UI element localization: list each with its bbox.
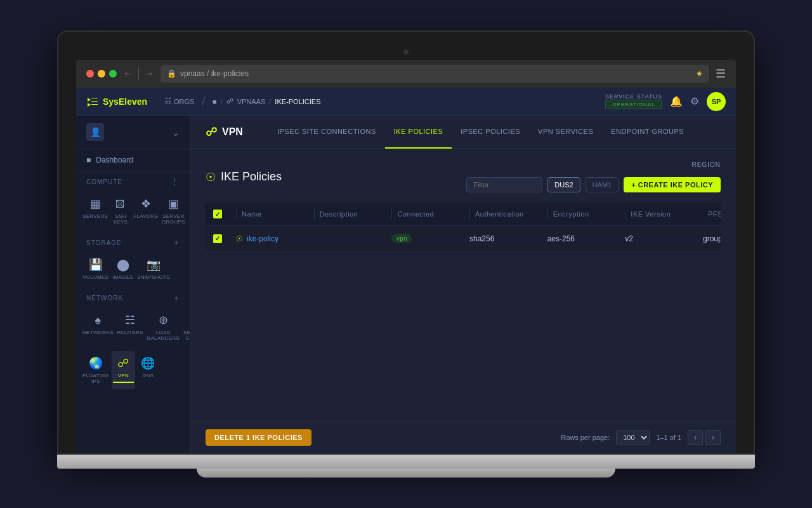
snapshots-icon: 📷 bbox=[145, 258, 162, 272]
servers-icon: ▦ bbox=[86, 197, 104, 211]
snapshots-label: SNAPSHOTS bbox=[137, 274, 170, 280]
user-avatar[interactable]: SP bbox=[707, 92, 726, 111]
sidebar-item-vpn[interactable]: ☍ VPN bbox=[112, 351, 135, 389]
sidebar: 👤 ⌄ ■ Dashboard COMPUTE ⋮ bbox=[76, 116, 190, 453]
vpn-title-text: VPN bbox=[222, 126, 243, 138]
fullscreen-dot[interactable] bbox=[109, 70, 117, 77]
forward-button[interactable]: → bbox=[144, 68, 154, 79]
sidebar-item-dashboard[interactable]: ■ Dashboard bbox=[76, 149, 190, 171]
lock-icon: 🔒 bbox=[167, 69, 176, 78]
ike-policies-table: ✓ Name Description bbox=[206, 203, 721, 251]
minimize-dot[interactable] bbox=[98, 70, 105, 77]
th-pfs: PFS bbox=[695, 203, 721, 225]
browser-chrome: ← → 🔒 vpnaas / ike-policies ★ ☰ bbox=[76, 60, 736, 88]
sidebar-item-networks[interactable]: ♠ NETWORKS bbox=[81, 308, 115, 346]
back-button[interactable]: ← bbox=[123, 68, 133, 79]
breadcrumb-sep1: / bbox=[202, 96, 204, 107]
security-groups-label: SECURITY GROUPS bbox=[183, 330, 190, 341]
tab-ike-policies[interactable]: IKE POLICIES bbox=[385, 116, 452, 149]
th-connected-text: Connected bbox=[397, 210, 434, 218]
sidebar-item-volumes[interactable]: 💾 VOLUMES bbox=[81, 253, 110, 285]
address-bar[interactable]: 🔒 vpnaas / ike-policies ★ bbox=[160, 65, 709, 83]
rows-per-page-select[interactable]: 100 bbox=[616, 431, 650, 444]
tab-ipsec-connections-label: IPSEC SITE CONNECTIONS bbox=[277, 128, 376, 135]
pfs-value: group14 bbox=[703, 234, 721, 243]
org-icon: ☷ bbox=[165, 97, 171, 105]
th-authentication-text: Authentication bbox=[475, 210, 524, 218]
tab-vpn-services-label: VPN SERVICES bbox=[538, 128, 593, 135]
row-checkbox[interactable]: ✓ bbox=[213, 234, 222, 243]
compute-add[interactable]: ⋮ bbox=[170, 177, 180, 187]
select-all-checkbox[interactable]: ✓ bbox=[213, 210, 222, 218]
sidebar-item-dns[interactable]: 🌐 DNS bbox=[136, 351, 160, 389]
networks-icon: ♠ bbox=[89, 313, 107, 327]
routers-icon: ☵ bbox=[121, 313, 139, 327]
bookmark-icon[interactable]: ★ bbox=[696, 69, 703, 78]
networks-label: NETWORKS bbox=[82, 330, 114, 335]
content-area: ☍ VPN IPSEC SITE CONNECTIONS IKE POLICIE… bbox=[190, 116, 736, 453]
network-add[interactable]: + bbox=[174, 293, 180, 303]
settings-icon[interactable]: ⚙ bbox=[690, 95, 699, 107]
ike-title: ☉ IKE Policies bbox=[206, 170, 282, 184]
compute-section: COMPUTE ⋮ bbox=[76, 171, 190, 189]
load-balancers-label: LOAD BALANCERS bbox=[147, 330, 180, 341]
next-page-button[interactable]: › bbox=[705, 430, 721, 445]
browser-dots bbox=[86, 70, 117, 77]
region-ham1-button[interactable]: HAM1 bbox=[586, 177, 619, 192]
breadcrumb-sep2: / bbox=[221, 98, 223, 105]
sidebar-item-server-groups[interactable]: ▣ SERVER GROUPS bbox=[160, 192, 186, 230]
sidebar-item-images[interactable]: ⬤ IMAGES bbox=[111, 253, 134, 285]
browser-menu-icon[interactable]: ☰ bbox=[716, 67, 726, 81]
notifications-icon[interactable]: 🔔 bbox=[670, 95, 683, 107]
sidebar-item-routers[interactable]: ☵ ROUTERS bbox=[116, 308, 145, 346]
profile-icon[interactable]: 👤 bbox=[86, 123, 104, 141]
sidebar-item-ssh-keys[interactable]: ⛝ SSH KEYS bbox=[110, 192, 131, 230]
close-dot[interactable] bbox=[86, 70, 94, 77]
tab-endpoint-groups[interactable]: ENDPOINT GROUPS bbox=[602, 116, 693, 149]
profile-chevron[interactable]: ⌄ bbox=[171, 126, 180, 138]
sidebar-item-floating-ips[interactable]: 🌏 FLOATING IPS bbox=[81, 351, 110, 389]
sidebar-item-load-balancers[interactable]: ⊛ LOAD BALANCERS bbox=[146, 308, 181, 346]
th-ike-version: IKE Version bbox=[617, 203, 695, 225]
main-layout: 👤 ⌄ ■ Dashboard COMPUTE ⋮ bbox=[76, 116, 736, 453]
network-section: NETWORK + bbox=[76, 288, 190, 305]
orgs-button[interactable]: ☷ ORGS bbox=[165, 97, 194, 105]
td-encryption: aes-256 bbox=[540, 226, 618, 251]
row-checkmark-icon: ✓ bbox=[215, 235, 220, 242]
ike-controls: REGION DUS2 HAM1 + CREATE IKE POLICY bbox=[466, 161, 721, 192]
col-separator-4 bbox=[469, 209, 470, 219]
logo-text: SysEleven bbox=[103, 97, 147, 107]
filter-input[interactable] bbox=[466, 177, 542, 192]
authentication-value: sha256 bbox=[469, 234, 494, 243]
volumes-label: VOLUMES bbox=[82, 274, 108, 280]
sidebar-item-flavors[interactable]: ❖ FLAVORS bbox=[132, 192, 159, 230]
load-balancers-icon: ⊛ bbox=[154, 313, 172, 327]
td-ike-version: v2 bbox=[617, 226, 695, 251]
logo: SysEleven bbox=[86, 95, 147, 108]
prev-page-button[interactable]: ‹ bbox=[688, 430, 703, 445]
region-dus2-button[interactable]: DUS2 bbox=[547, 177, 580, 192]
create-ike-policy-button[interactable]: + CREATE IKE POLICY bbox=[624, 177, 721, 192]
sidebar-item-security-groups[interactable]: 🛡 SECURITY GROUPS bbox=[182, 308, 190, 346]
sidebar-item-servers[interactable]: ▦ SERVERS bbox=[81, 192, 109, 230]
dns-label: DNS bbox=[143, 373, 154, 378]
servers-label: SERVERS bbox=[82, 213, 108, 219]
tab-vpn-services[interactable]: VPN SERVICES bbox=[529, 116, 602, 149]
volumes-icon: 💾 bbox=[87, 258, 105, 272]
region-filter-row: DUS2 HAM1 + CREATE IKE POLICY bbox=[466, 177, 721, 192]
delete-button[interactable]: DELETE 1 IKE POLICIES bbox=[206, 429, 311, 446]
vpn-active-indicator bbox=[113, 382, 134, 383]
ike-title-icon: ☉ bbox=[206, 170, 216, 184]
tab-ipsec-connections[interactable]: IPSEC SITE CONNECTIONS bbox=[268, 116, 385, 149]
th-encryption: Encryption bbox=[540, 203, 618, 225]
policy-name-link[interactable]: ike-policy bbox=[247, 234, 278, 243]
pagination: Rows per page: 100 1–1 of 1 ‹ › bbox=[561, 430, 721, 445]
tab-bar: IPSEC SITE CONNECTIONS IKE POLICIES IPSE… bbox=[268, 116, 693, 149]
ssh-keys-label: SSH KEYS bbox=[112, 213, 129, 225]
col-separator-3 bbox=[391, 209, 392, 219]
sidebar-item-snapshots[interactable]: 📷 SNAPSHOTS bbox=[136, 253, 171, 285]
storage-add[interactable]: + bbox=[174, 237, 180, 248]
network-icons-2: 🌏 FLOATING IPS ☍ VPN 🌐 DNS bbox=[76, 349, 190, 392]
col-separator bbox=[236, 209, 237, 219]
tab-ipsec-policies[interactable]: IPSEC POLICIES bbox=[452, 116, 529, 149]
